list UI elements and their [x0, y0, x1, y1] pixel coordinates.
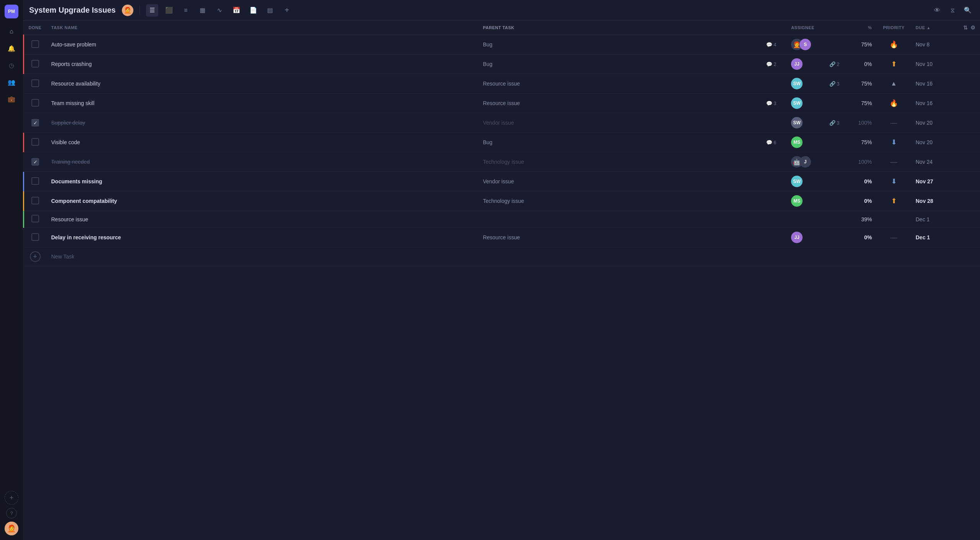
- priority-up-icon: ⬆: [891, 60, 897, 68]
- comments-cell[interactable]: 💬4: [760, 42, 782, 48]
- avatar: SW: [791, 78, 803, 89]
- due-date: Nov 24: [916, 159, 932, 165]
- task-checkbox[interactable]: [31, 158, 39, 166]
- table-row: Resource issue39%Dec 1: [24, 211, 980, 228]
- filter-rows-button[interactable]: ≡: [180, 4, 192, 16]
- watch-button[interactable]: 👁: [931, 4, 943, 16]
- comment-icon: 💬: [766, 140, 772, 145]
- assignee-cell[interactable]: SW: [791, 176, 814, 187]
- avatar: JJ: [791, 232, 803, 243]
- sidebar-item-help[interactable]: ?: [6, 508, 17, 519]
- comments-cell[interactable]: 💬6: [760, 140, 782, 145]
- table-button[interactable]: ▦: [197, 4, 209, 16]
- col-header-comments: [756, 21, 786, 35]
- task-checkbox[interactable]: [31, 119, 39, 127]
- assignee-cell[interactable]: 🤖J: [791, 156, 814, 168]
- sort-icon[interactable]: ⇅: [963, 25, 968, 31]
- task-name[interactable]: Resource issue: [51, 216, 89, 222]
- filter-button[interactable]: ⧖: [946, 4, 959, 16]
- task-name[interactable]: Delay in receiving resource: [51, 234, 121, 240]
- links-cell[interactable]: 🔗3: [824, 81, 845, 87]
- due-date: Nov 10: [916, 61, 932, 67]
- col-header-priority: PRIORITY: [877, 21, 911, 35]
- waveform-button[interactable]: ∿: [213, 4, 226, 16]
- comments-cell[interactable]: 💬2: [760, 61, 782, 67]
- bar-chart-button[interactable]: ⬛: [163, 4, 175, 16]
- comment-count: 3: [774, 100, 776, 106]
- calendar-button[interactable]: 📅: [230, 4, 243, 16]
- assignee-cell[interactable]: MS: [791, 195, 814, 207]
- task-name[interactable]: Auto-save problem: [51, 41, 97, 48]
- table-row: Component compatabilityTechnology issueM…: [24, 191, 980, 211]
- task-name[interactable]: Team missing skill: [51, 100, 95, 106]
- assignee-cell[interactable]: 🧑‍🦰S: [791, 39, 814, 50]
- sidebar-item-history[interactable]: ◷: [5, 58, 18, 72]
- link-icon: 🔗: [829, 120, 836, 126]
- project-avatar[interactable]: 🧑‍🦰: [122, 5, 133, 16]
- priority-down-icon: ⬇: [891, 138, 897, 146]
- task-name[interactable]: Training needed: [51, 159, 90, 165]
- due-sort-arrow[interactable]: ▲: [927, 26, 931, 30]
- priority-fire-icon: 🔥: [890, 99, 898, 107]
- pct-cell: 100%: [858, 120, 872, 126]
- list-view-button[interactable]: ☰: [146, 4, 158, 16]
- task-checkbox[interactable]: [31, 40, 39, 48]
- comments-cell[interactable]: 💬3: [760, 100, 782, 106]
- pct-cell: 75%: [861, 100, 872, 106]
- sidebar-item-users[interactable]: 👥: [5, 75, 18, 89]
- link-icon: 🔗: [829, 61, 836, 67]
- task-name[interactable]: Reports crashing: [51, 61, 92, 67]
- due-date: Nov 16: [916, 100, 932, 106]
- topbar-right-icons: 👁 ⧖ 🔍: [931, 4, 974, 16]
- parent-task-cell: Resource issue: [478, 74, 756, 94]
- link-count: 3: [837, 81, 839, 87]
- task-checkbox[interactable]: [31, 197, 39, 204]
- col-header-parent: PARENT TASK: [478, 21, 756, 35]
- assignee-cell[interactable]: SW: [791, 78, 814, 89]
- task-checkbox[interactable]: [31, 177, 39, 185]
- page-title: System Upgrade Issues: [29, 6, 116, 15]
- pct-cell: 75%: [861, 139, 872, 145]
- sidebar-item-briefcase[interactable]: 💼: [5, 92, 18, 106]
- columns-icon[interactable]: ⚙: [970, 25, 976, 31]
- pct-cell: 75%: [861, 81, 872, 87]
- sidebar-item-home[interactable]: ⌂: [5, 25, 18, 38]
- sidebar-toggle-button[interactable]: ▤: [264, 4, 276, 16]
- doc-button[interactable]: 📄: [247, 4, 259, 16]
- links-cell[interactable]: 🔗3: [824, 120, 845, 126]
- task-checkbox[interactable]: [31, 215, 39, 222]
- add-task-button[interactable]: +: [30, 251, 41, 262]
- assignee-cell[interactable]: MS: [791, 137, 814, 148]
- col-header-done: DONE: [24, 21, 47, 35]
- task-checkbox[interactable]: [31, 138, 39, 146]
- parent-task-cell: Bug: [478, 133, 756, 152]
- comment-icon: 💬: [766, 61, 772, 67]
- table-row: Auto-save problemBug💬4🧑‍🦰S75%🔥Nov 8: [24, 35, 980, 54]
- task-checkbox[interactable]: [31, 99, 39, 107]
- sidebar-user-avatar[interactable]: 🧑‍🦰: [5, 522, 18, 535]
- assignee-cell[interactable]: JJ: [791, 58, 814, 70]
- task-name[interactable]: Documents missing: [51, 178, 102, 184]
- links-cell[interactable]: 🔗2: [824, 61, 845, 67]
- task-name[interactable]: Supplier delay: [51, 120, 85, 126]
- task-name[interactable]: Resource availability: [51, 81, 100, 87]
- app-logo[interactable]: PM: [5, 5, 18, 18]
- assignee-cell[interactable]: SW: [791, 97, 814, 109]
- task-checkbox[interactable]: [31, 233, 39, 241]
- assignee-cell[interactable]: SW: [791, 117, 814, 128]
- task-name[interactable]: Component compatability: [51, 198, 117, 204]
- sidebar-add-button[interactable]: +: [5, 491, 18, 505]
- add-view-button[interactable]: +: [281, 4, 293, 16]
- comment-count: 4: [774, 42, 776, 48]
- task-checkbox[interactable]: [31, 79, 39, 87]
- topbar-divider: [140, 6, 140, 15]
- priority-up-icon: ⬆: [891, 197, 897, 205]
- sidebar-item-notifications[interactable]: 🔔: [5, 41, 18, 55]
- task-checkbox[interactable]: [31, 60, 39, 68]
- task-name[interactable]: Visible code: [51, 139, 80, 145]
- parent-task-cell: Bug: [478, 54, 756, 74]
- assignee-cell[interactable]: JJ: [791, 232, 814, 243]
- search-button[interactable]: 🔍: [962, 4, 974, 16]
- new-task-row[interactable]: + New Task: [24, 247, 980, 266]
- col-header-due: DUE ▲: [911, 21, 949, 35]
